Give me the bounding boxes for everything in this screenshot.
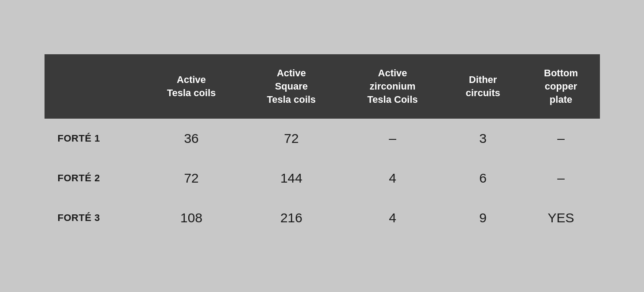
- col-header-active-square-tesla-coils: Active Square Tesla coils: [242, 54, 342, 118]
- col-header-dither-circuits: Dither circuits: [444, 54, 522, 118]
- row-label-forte1: FORTÉ 1: [45, 119, 141, 158]
- col-header-active-tesla-coils: Active Tesla coils: [141, 54, 242, 118]
- row-label-forte3: FORTÉ 3: [45, 198, 141, 238]
- cell-forte3-bottom-copper: YES: [522, 198, 600, 238]
- table-header-row: Active Tesla coils Active Square Tesla c…: [45, 54, 600, 118]
- cell-forte2-dither: 6: [444, 158, 522, 198]
- cell-forte2-bottom-copper: –: [522, 158, 600, 198]
- cell-forte3-active-square: 216: [242, 198, 342, 238]
- cell-forte1-dither: 3: [444, 119, 522, 158]
- col-header-empty: [45, 54, 141, 118]
- col-header-bottom-copper-plate: Bottom copper plate: [522, 54, 600, 118]
- cell-forte1-active-tesla: 36: [141, 119, 242, 158]
- cell-forte1-active-square: 72: [242, 119, 342, 158]
- table-container: Active Tesla coils Active Square Tesla c…: [45, 54, 600, 237]
- cell-forte2-active-tesla: 72: [141, 158, 242, 198]
- table-row: FORTÉ 1 36 72 – 3 –: [45, 119, 600, 158]
- cell-forte3-dither: 9: [444, 198, 522, 238]
- cell-forte1-active-zirconium: –: [341, 119, 443, 158]
- cell-forte3-active-tesla: 108: [141, 198, 242, 238]
- cell-forte2-active-square: 144: [242, 158, 342, 198]
- cell-forte1-bottom-copper: –: [522, 119, 600, 158]
- col-header-active-zirconium: Active zirconium Tesla Coils: [341, 54, 443, 118]
- cell-forte2-active-zirconium: 4: [341, 158, 443, 198]
- table-row: FORTÉ 2 72 144 4 6 –: [45, 158, 600, 198]
- table-row: FORTÉ 3 108 216 4 9 YES: [45, 198, 600, 238]
- row-label-forte2: FORTÉ 2: [45, 158, 141, 198]
- data-table: Active Tesla coils Active Square Tesla c…: [45, 54, 600, 237]
- cell-forte3-active-zirconium: 4: [341, 198, 443, 238]
